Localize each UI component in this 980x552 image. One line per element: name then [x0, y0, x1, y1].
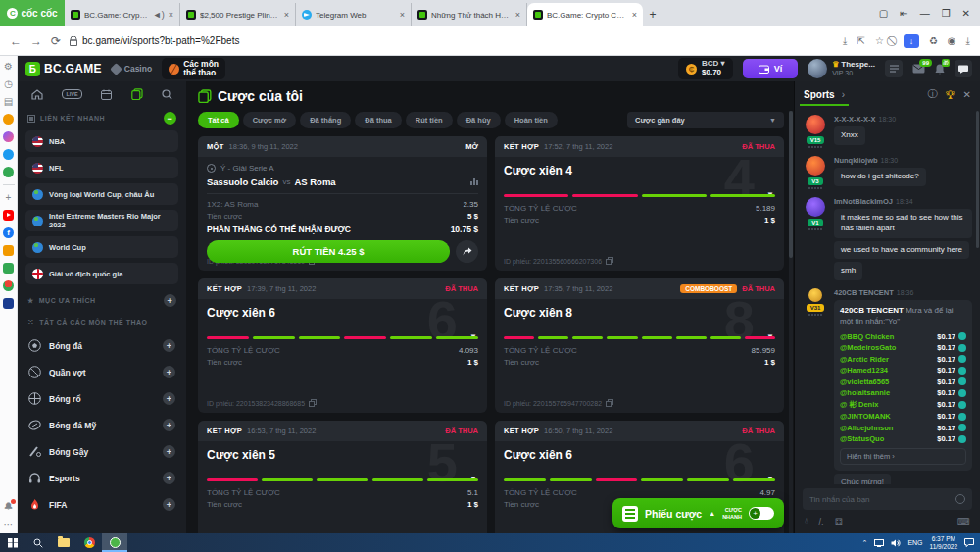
quick-link-nfl[interactable]: NFL	[25, 157, 178, 178]
new-tab-button[interactable]: +	[643, 3, 662, 26]
quick-bet-toggle[interactable]	[749, 507, 774, 520]
chat-channel-arrow-icon[interactable]: ›	[842, 89, 845, 100]
tab-close-icon[interactable]: ×	[284, 10, 289, 20]
wallet-button[interactable]: Ví	[743, 59, 799, 78]
browser-tab[interactable]: Telegram Web×	[296, 3, 412, 26]
emoji-icon[interactable]	[956, 494, 965, 504]
quick-link-world-cup[interactable]: World Cup	[25, 236, 178, 258]
tray-chevron-icon[interactable]: ⌃	[862, 539, 868, 547]
volume-icon[interactable]	[891, 539, 901, 547]
chat-toggle-icon[interactable]	[955, 60, 972, 77]
bet-card-single[interactable]: MỘT 18:36, 9 thg 11, 2022 MỞ Ý - Giải Se…	[198, 136, 487, 271]
add-shortcut-icon[interactable]: +	[6, 192, 12, 203]
bookmark-star-icon[interactable]: ☆	[875, 35, 884, 46]
tab-close-icon[interactable]: ×	[632, 10, 637, 20]
reload-icon[interactable]: ⟳	[51, 34, 61, 48]
copy-icon[interactable]	[309, 399, 317, 407]
network-icon[interactable]	[874, 539, 884, 547]
chat-rules-info-icon[interactable]: ⓘ	[928, 87, 938, 101]
home-icon[interactable]	[31, 89, 43, 100]
quick-link-nba[interactable]: NBA	[25, 130, 178, 152]
download-button[interactable]: ↓	[904, 34, 919, 48]
avatar[interactable]	[808, 288, 822, 302]
schedule-icon[interactable]	[101, 89, 112, 100]
user-profile[interactable]: ♛Thespe... VIP 30	[808, 59, 875, 78]
file-explorer-icon[interactable]	[51, 533, 76, 552]
filter-cashout[interactable]: Rút tiền	[406, 112, 453, 128]
avatar[interactable]	[806, 115, 825, 134]
browser-tab[interactable]: BC.Game: Crypto Casino◄)×	[65, 3, 180, 26]
profile-icon[interactable]: ◉	[948, 35, 956, 46]
sport-american-football[interactable]: Bóng đá Mỹ+	[25, 412, 178, 438]
filter-open[interactable]: Cược mở	[243, 112, 296, 128]
url-bar[interactable]: bc.game/vi/sports?bt-path=%2Fbets	[70, 35, 834, 46]
currency-selector[interactable]: ₵ BCD ▾$0.70	[678, 58, 733, 79]
mail-icon[interactable]: 99	[912, 64, 925, 74]
dice-icon[interactable]: ⚃	[835, 517, 843, 527]
games-icon[interactable]	[3, 167, 14, 177]
filter-lost[interactable]: Đã thua	[355, 112, 402, 128]
maximize-button[interactable]: ❐	[942, 8, 951, 19]
chrome-taskbar-icon[interactable]	[76, 533, 102, 552]
expand-sport-button[interactable]: +	[163, 339, 175, 352]
battery-app-icon[interactable]	[3, 263, 14, 274]
rain-tip-icon[interactable]: 💧︎	[805, 516, 808, 527]
start-button[interactable]	[0, 533, 25, 552]
trophy-icon[interactable]: 🏆︎	[946, 89, 956, 100]
chat-username[interactable]: Nunqkliojwb18:30	[834, 156, 972, 165]
chat-tab-sports[interactable]: Sports	[804, 83, 835, 106]
my-bets-icon[interactable]	[131, 88, 143, 100]
betslip-button[interactable]: Phiếu cược ▲ CƯỢCNHANH	[612, 498, 784, 528]
search-icon[interactable]	[162, 89, 172, 100]
filter-refunded[interactable]: Hoàn tiền	[505, 112, 558, 128]
tv-app-icon[interactable]	[3, 245, 14, 256]
settings-gear-icon[interactable]: ⚙	[4, 61, 13, 72]
expand-sport-button[interactable]: +	[163, 419, 175, 431]
twitter-icon[interactable]	[3, 149, 14, 160]
expand-sport-button[interactable]: +	[163, 472, 175, 484]
downloads-tray-icon[interactable]: ⤓	[966, 35, 970, 47]
share-bet-button[interactable]	[456, 240, 478, 263]
tab-search-icon[interactable]: ▢	[879, 8, 888, 19]
back-icon[interactable]: ←	[10, 34, 22, 48]
live-icon[interactable]: LIVE	[62, 89, 81, 99]
filter-cancelled[interactable]: Đã hủy	[457, 112, 501, 128]
share-icon[interactable]: ⇱	[858, 35, 865, 46]
sport-basketball[interactable]: Bóng rổ+	[25, 385, 178, 412]
chat-input-box[interactable]	[803, 488, 972, 510]
sport-fifa[interactable]: FIFA+	[25, 491, 178, 518]
expand-sport-button[interactable]: +	[163, 366, 175, 378]
close-button[interactable]: ✕	[962, 8, 970, 19]
forward-icon[interactable]: →	[30, 34, 42, 48]
expand-sport-button[interactable]: +	[163, 392, 175, 405]
chat-scrollbar[interactable]	[976, 111, 979, 248]
sport-tennis[interactable]: Quần vợt+	[25, 359, 178, 385]
taskbar-search-icon[interactable]	[25, 533, 51, 552]
notification-bell-icon[interactable]: 🔔︎	[4, 501, 14, 512]
coccoc-taskbar-icon[interactable]	[102, 533, 127, 552]
history-clock-icon[interactable]: ◷	[4, 78, 13, 89]
match-row[interactable]: Sassuolo CalciovsAS Roma	[207, 176, 478, 194]
browser-tab[interactable]: Những Thử thách Hàng ngà×	[412, 3, 527, 26]
bet-card-combo-boost[interactable]: KẾT HỢP 17:35, 7 thg 11, 2022 COMBOBOOST…	[495, 278, 784, 413]
taskbar-clock[interactable]: 6:37 PM 11/9/2022	[930, 535, 957, 551]
tab-close-icon[interactable]: ×	[515, 10, 520, 20]
quick-link-iem-rio[interactable]: Intel Extreme Masters Rio Major 2022	[25, 210, 178, 231]
action-center-icon[interactable]	[964, 538, 974, 547]
crown-icon[interactable]	[3, 114, 14, 125]
more-options-icon[interactable]: ⋯	[4, 519, 14, 529]
sidebar-toggle-icon[interactable]: ⇤	[900, 8, 907, 19]
avatar[interactable]	[806, 197, 825, 217]
stats-icon[interactable]	[470, 178, 478, 185]
facebook-icon[interactable]: f	[3, 227, 14, 238]
chat-username[interactable]: 420CB TENCENT18:36	[834, 288, 972, 297]
copy-icon[interactable]	[606, 257, 613, 265]
save-page-icon[interactable]: ⤓	[843, 35, 847, 47]
sport-esports[interactable]: Esports+	[25, 465, 178, 491]
add-favorite-button[interactable]: +	[164, 294, 176, 307]
nav-casino[interactable]: Casino	[112, 64, 152, 74]
bet-card-combo[interactable]: KẾT HỢP 17:39, 7 thg 11, 2022 ĐÃ THUA 6 …	[198, 278, 487, 413]
language-indicator[interactable]: ENG	[907, 539, 922, 546]
reading-list-icon[interactable]: ▤	[4, 96, 13, 107]
coccoc-brand-button[interactable]: Ccốc cốc	[0, 0, 65, 26]
